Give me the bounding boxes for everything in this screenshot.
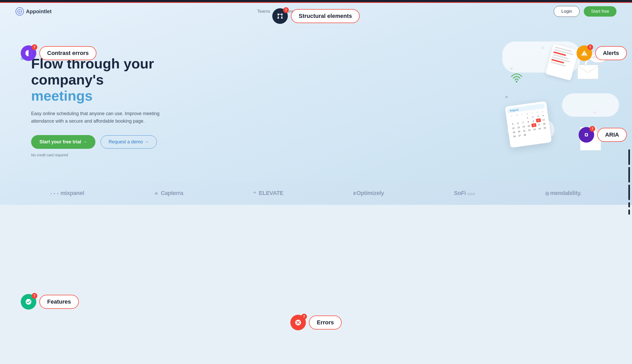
badge-aria[interactable]: 7 ARIA bbox=[579, 127, 627, 143]
red-accent bbox=[0, 2, 632, 3]
structural-icon: 7 bbox=[272, 8, 288, 24]
errors-count: 7 bbox=[301, 314, 307, 319]
svg-rect-24 bbox=[584, 54, 585, 55]
logos-bar: • • • mixpanel Capterra ELEVATE εOptimiz… bbox=[0, 181, 632, 205]
alerts-label: Alerts bbox=[595, 46, 627, 60]
logo[interactable]: Appointlet bbox=[16, 7, 52, 16]
floating-calendar: August S M T W T F S 1 2 3 4 5 6 7 8 9 bbox=[505, 101, 552, 148]
errors-icon: 7 bbox=[290, 315, 306, 330]
svg-rect-7 bbox=[578, 65, 598, 79]
side-bar-4 bbox=[628, 202, 630, 207]
contrast-icon: 7 bbox=[21, 45, 36, 61]
logo-icon bbox=[16, 7, 24, 16]
logo-capterra: Capterra bbox=[154, 190, 183, 197]
calendar-grid: S M T W T F S 1 2 3 4 5 6 7 8 9 10 11 bbox=[508, 108, 549, 139]
hero-title: Flow through your company's meetings bbox=[31, 55, 166, 104]
top-bar bbox=[0, 0, 632, 2]
request-demo-button[interactable]: Request a demo → bbox=[101, 135, 157, 149]
badge-alerts[interactable]: 7 Alerts bbox=[577, 45, 627, 61]
svg-point-6 bbox=[516, 81, 517, 82]
logo-optimizely: εOptimizely bbox=[353, 190, 384, 197]
hero-buttons: Start your free trial → Request a demo → bbox=[31, 135, 166, 149]
svg-rect-23 bbox=[584, 52, 585, 54]
contrast-label: Contrast errors bbox=[39, 46, 96, 60]
features-icon: 7 bbox=[21, 294, 36, 310]
wifi-icon bbox=[510, 73, 523, 85]
side-bar-5 bbox=[628, 209, 630, 215]
structural-label: Structural elements bbox=[291, 9, 360, 23]
side-indicators bbox=[626, 147, 632, 217]
alerts-count: 7 bbox=[587, 44, 593, 50]
no-credit-text: No credit card required bbox=[31, 153, 166, 157]
aria-icon: 7 bbox=[579, 127, 594, 143]
side-bar-3 bbox=[628, 185, 630, 200]
aria-count: 7 bbox=[589, 126, 595, 132]
login-button[interactable]: Login bbox=[554, 6, 580, 17]
svg-rect-26 bbox=[586, 134, 587, 136]
structural-count: 7 bbox=[283, 7, 289, 13]
badge-structural[interactable]: 7 Structural elements bbox=[272, 8, 360, 24]
svg-marker-14 bbox=[155, 192, 158, 195]
logo-mendability: ◎mendability. bbox=[545, 190, 581, 197]
svg-point-27 bbox=[26, 299, 31, 305]
cloud-2 bbox=[562, 93, 619, 117]
hero-illustration: August S M T W T F S 1 2 3 4 5 6 7 8 9 bbox=[451, 21, 632, 171]
logo-sofi: SoFi ⬡⬡⬡ bbox=[454, 190, 475, 197]
features-count: 7 bbox=[32, 293, 37, 299]
logo-text: Appointlet bbox=[26, 9, 52, 15]
badge-contrast[interactable]: 7 Contrast errors bbox=[21, 45, 96, 61]
side-bar-2 bbox=[628, 167, 630, 183]
aria-label: ARIA bbox=[597, 128, 627, 142]
nav-link-teams[interactable]: Teams bbox=[257, 9, 270, 14]
start-trial-button[interactable]: Start your free trial → bbox=[31, 135, 95, 149]
alerts-icon: 7 bbox=[577, 45, 592, 61]
hero-subtitle: Easy online scheduling that anyone can u… bbox=[31, 110, 161, 125]
badge-features[interactable]: 7 Features bbox=[21, 294, 79, 310]
hero-section: Flow through your company's meetings Eas… bbox=[0, 0, 632, 181]
start-free-button[interactable]: Start free bbox=[584, 6, 616, 17]
features-label: Features bbox=[39, 295, 79, 309]
side-bar-1 bbox=[628, 149, 630, 165]
badge-errors[interactable]: 7 Errors bbox=[290, 315, 342, 330]
nav-actions: Login Start free bbox=[554, 6, 616, 17]
svg-point-1 bbox=[19, 11, 20, 12]
logo-elevate: ELEVATE bbox=[253, 190, 283, 197]
contrast-count: 7 bbox=[32, 44, 37, 50]
errors-label: Errors bbox=[309, 316, 342, 330]
logo-mixpanel: • • • mixpanel bbox=[51, 190, 84, 197]
